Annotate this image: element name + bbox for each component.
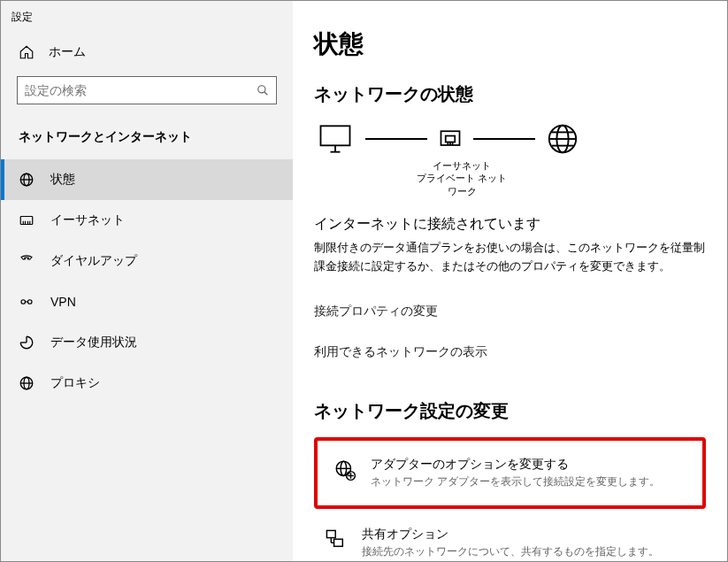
svg-rect-18 <box>321 126 350 145</box>
setting-title: アダプターのオプションを変更する <box>371 457 660 473</box>
sidebar-item-label: データ使用状況 <box>50 335 137 350</box>
sidebar-item-label: イーサネット <box>50 212 125 228</box>
adapter-name: イーサネット <box>413 159 510 172</box>
svg-rect-37 <box>326 531 335 538</box>
network-type: プライベート ネットワーク <box>413 172 510 197</box>
settings-window: 設定 ホーム ネットワークとインターネット <box>0 0 728 562</box>
sidebar-item-label: VPN <box>50 295 76 309</box>
main-content: 状態 ネットワークの状態 <box>293 1 727 561</box>
home-label: ホーム <box>49 44 86 60</box>
setting-desc: ネットワーク アダプターを表示して接続設定を変更します。 <box>371 474 660 489</box>
sidebar-home[interactable]: ホーム <box>1 34 293 71</box>
sidebar-item-ethernet[interactable]: イーサネット <box>1 200 293 241</box>
sidebar-nav: 状態 イーサネット ダイヤルアップ <box>1 159 293 404</box>
diagram-line <box>365 138 427 140</box>
highlighted-adapter-options: アダプターのオプションを変更する ネットワーク アダプターを表示して接続設定を変… <box>314 437 706 509</box>
diagram-line <box>473 138 535 140</box>
setting-title: 共有オプション <box>362 527 659 543</box>
svg-rect-22 <box>446 136 456 142</box>
proxy-icon <box>19 375 34 391</box>
connected-description: 制限付きのデータ通信プランをお使いの場合は、このネットワークを従量制課金接続に設… <box>314 239 706 276</box>
sidebar-item-status[interactable]: 状態 <box>1 159 293 200</box>
svg-point-0 <box>258 86 265 93</box>
sidebar: 設定 ホーム ネットワークとインターネット <box>1 1 293 561</box>
diagram-center <box>438 127 463 151</box>
vpn-icon <box>19 294 34 310</box>
window-title: 設定 <box>1 6 293 34</box>
settings-change-title: ネットワーク設定の変更 <box>314 399 706 423</box>
connected-heading: インターネットに接続されています <box>314 215 706 234</box>
ethernet-adapter-icon <box>438 127 463 151</box>
sidebar-category: ネットワークとインターネット <box>1 119 293 159</box>
svg-line-1 <box>264 92 268 96</box>
diagram-labels: イーサネット プライベート ネットワーク <box>413 159 510 197</box>
sidebar-item-dialup[interactable]: ダイヤルアップ <box>1 241 293 281</box>
sharing-options-icon <box>325 528 348 551</box>
sidebar-item-vpn[interactable]: VPN <box>1 281 293 322</box>
sidebar-item-label: プロキシ <box>50 375 100 391</box>
svg-point-11 <box>28 300 33 304</box>
setting-desc: 接続先のネットワークについて、共有するものを指定します。 <box>362 544 659 559</box>
search-box[interactable] <box>17 76 277 104</box>
setting-adapter-options[interactable]: アダプターのオプションを変更する ネットワーク アダプターを表示して接続設定を変… <box>323 448 697 498</box>
home-icon <box>19 44 34 60</box>
status-icon <box>19 172 34 188</box>
setting-sharing-options[interactable]: 共有オプション 接続先のネットワークについて、共有するものを指定します。 <box>314 518 706 561</box>
sidebar-item-label: ダイヤルアップ <box>50 253 137 269</box>
network-status-title: ネットワークの状態 <box>314 82 706 106</box>
link-connection-properties[interactable]: 接続プロパティの変更 <box>314 304 438 319</box>
globe-icon <box>546 122 579 156</box>
search-icon <box>257 84 269 96</box>
svg-point-10 <box>21 300 26 304</box>
data-usage-icon <box>19 335 34 350</box>
svg-rect-5 <box>20 217 33 225</box>
search-input[interactable] <box>25 83 257 97</box>
dialup-icon <box>19 253 34 269</box>
page-title: 状態 <box>314 27 706 61</box>
sidebar-item-datausage[interactable]: データ使用状況 <box>1 322 293 363</box>
network-diagram <box>314 122 706 156</box>
svg-rect-38 <box>334 540 343 547</box>
adapter-options-icon <box>333 458 356 481</box>
ethernet-icon <box>19 212 34 228</box>
sidebar-item-proxy[interactable]: プロキシ <box>1 363 293 404</box>
sidebar-item-label: 状態 <box>50 172 75 188</box>
link-available-networks[interactable]: 利用できるネットワークの表示 <box>314 344 487 360</box>
computer-icon <box>316 122 355 156</box>
